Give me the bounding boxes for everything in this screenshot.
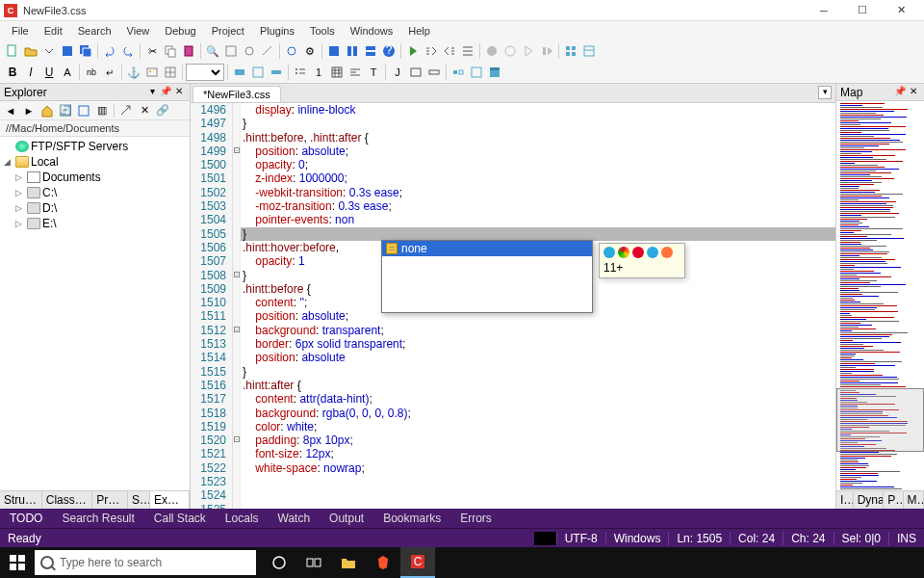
map-tab[interactable]: I… [836, 491, 854, 509]
ul-button[interactable] [292, 64, 309, 81]
nbsp-button[interactable]: nb [83, 64, 100, 81]
new-file-button[interactable] [4, 42, 21, 60]
image-button[interactable] [143, 64, 161, 81]
menu-windows[interactable]: Windows [343, 23, 401, 39]
map-tab[interactable]: M… [904, 491, 924, 509]
autocomplete-item[interactable]: ::none [382, 241, 592, 256]
italic-button[interactable]: I [22, 64, 39, 81]
input-button[interactable] [425, 64, 443, 81]
filter-button[interactable]: ▥ [93, 102, 111, 119]
close-icon[interactable]: ✕ [907, 86, 920, 99]
script-button[interactable]: J [389, 64, 406, 81]
side-tab[interactable]: Explor… [150, 491, 190, 509]
bottom-tab-bookmarks[interactable]: Bookmarks [373, 512, 450, 525]
tree-item[interactable]: ▷E:\ [0, 216, 190, 231]
dropdown-icon[interactable]: ▾ [145, 86, 159, 99]
tree-item[interactable]: ▷Documents [0, 170, 190, 185]
menu-help[interactable]: Help [400, 23, 438, 39]
bottom-tab-errors[interactable]: Errors [450, 512, 501, 525]
check-button[interactable] [449, 64, 467, 81]
save-all-button[interactable] [77, 42, 94, 60]
run-button[interactable] [404, 42, 422, 60]
menu-debug[interactable]: Debug [157, 23, 203, 39]
menu-view[interactable]: View [119, 23, 158, 39]
start-button[interactable] [0, 547, 35, 578]
frame-button[interactable] [468, 64, 485, 81]
pin-icon[interactable]: 📌 [893, 86, 907, 99]
heading-select[interactable] [186, 64, 224, 81]
brave-button[interactable] [366, 547, 400, 578]
ol-button[interactable]: 1 [310, 64, 327, 81]
status-platform[interactable]: Windows [605, 532, 669, 545]
lines-button[interactable] [459, 42, 476, 60]
bottom-tab-locals[interactable]: Locals [216, 512, 269, 525]
minimize-button[interactable]: ─ [805, 1, 843, 20]
taskbar-search[interactable]: Type here to search [35, 550, 256, 575]
table-button[interactable] [162, 64, 179, 81]
play-button[interactable] [520, 42, 537, 60]
forward-button[interactable]: ► [20, 102, 38, 119]
sync-button[interactable] [117, 102, 135, 119]
cut-button[interactable]: ✂ [143, 42, 161, 60]
sync-button[interactable] [283, 42, 300, 60]
collapse-button[interactable] [75, 102, 92, 119]
redo-button[interactable] [119, 42, 137, 60]
bottom-tab-output[interactable]: Output [320, 512, 373, 525]
step-button[interactable] [538, 42, 555, 60]
home-button[interactable] [38, 102, 56, 119]
tool-button[interactable] [241, 42, 258, 60]
tree-item[interactable]: ▷C:\ [0, 185, 190, 200]
back-button[interactable]: ◄ [2, 102, 19, 119]
underline-button[interactable]: U [40, 64, 58, 81]
text-button[interactable]: T [365, 64, 382, 81]
fold-toggle[interactable]: - [234, 272, 240, 277]
open-button[interactable] [22, 42, 39, 60]
breadcrumb[interactable]: //Mac/Home/Documents [0, 120, 190, 137]
help-button[interactable]: ? [380, 42, 398, 60]
minimap[interactable] [836, 101, 924, 490]
cortana-button[interactable] [262, 547, 296, 578]
side-tab[interactable]: Structu… [0, 491, 42, 509]
close-icon[interactable]: ✕ [172, 86, 186, 99]
editor-tab[interactable]: *NewFile3.css [192, 86, 281, 102]
menu-edit[interactable]: Edit [37, 23, 70, 39]
find-button[interactable]: 🔍 [204, 42, 221, 60]
task-view-button[interactable] [296, 547, 331, 578]
window-button[interactable] [486, 64, 503, 81]
bottom-tab-search-result[interactable]: Search Result [52, 512, 143, 525]
menu-search[interactable]: Search [70, 23, 119, 39]
refresh-button[interactable]: 🔄 [57, 102, 74, 119]
dropdown-icon[interactable] [40, 42, 58, 60]
layout-button[interactable] [580, 42, 598, 60]
autocomplete-popup[interactable]: ::none [381, 240, 593, 313]
map-tab[interactable]: P… [884, 491, 903, 509]
align-button[interactable] [346, 64, 364, 81]
status-ins[interactable]: INS [888, 532, 924, 545]
tab-list-dropdown[interactable]: ▾ [818, 86, 832, 99]
run-indent-button[interactable] [423, 42, 440, 60]
maximize-button[interactable]: ☐ [843, 1, 882, 20]
pin-icon[interactable]: 📌 [159, 86, 172, 99]
paste-button[interactable] [180, 42, 197, 60]
anchor-button[interactable]: ⚓ [125, 64, 142, 81]
bottom-tab-call-stack[interactable]: Call Stack [144, 512, 216, 525]
copy-button[interactable] [162, 42, 179, 60]
fold-toggle[interactable]: - [234, 436, 240, 442]
tree-item[interactable]: ▷D:\ [0, 200, 190, 216]
link-button[interactable]: 🔗 [154, 102, 171, 119]
grid-button[interactable] [562, 42, 579, 60]
side-tab[interactable]: Class Vie… [42, 491, 92, 509]
cross-button[interactable]: ✕ [136, 102, 153, 119]
minimap-viewport[interactable] [836, 388, 924, 452]
font-button[interactable]: A [59, 64, 76, 81]
tree-item-servers[interactable]: FTP/SFTP Servers [0, 139, 190, 154]
tool-button[interactable] [259, 42, 276, 60]
code-editor[interactable]: display: inline-block}.hintt:before, .hi… [241, 103, 835, 509]
save-button[interactable] [59, 42, 76, 60]
undo-button[interactable] [101, 42, 118, 60]
codelobster-button[interactable]: C [400, 547, 435, 578]
menu-file[interactable]: File [4, 23, 37, 39]
form-button[interactable] [407, 64, 424, 81]
close-button[interactable]: ✕ [882, 1, 920, 20]
bottom-tab-todo[interactable]: TODO [0, 512, 52, 525]
